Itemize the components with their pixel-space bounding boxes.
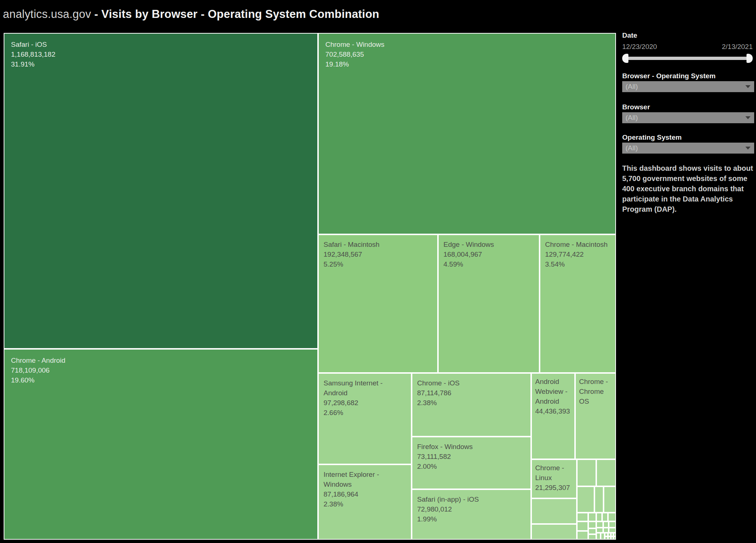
treemap-tile-edge-windows[interactable]: Edge - Windows 168,004,967 4.59%	[438, 234, 540, 373]
treemap-tile-small[interactable]	[596, 521, 603, 528]
filter-dropdown-browser[interactable]: (All)	[622, 112, 754, 123]
tile-percent: 31.91%	[11, 59, 311, 69]
slider-handle-left[interactable]	[622, 54, 628, 63]
treemap-tile-small[interactable]	[577, 459, 596, 486]
tile-percent: 3.54%	[545, 259, 611, 269]
treemap-tile-safari-ios[interactable]: Safari - iOS 1,168,813,182 31.91%	[4, 33, 318, 349]
treemap-tile-small[interactable]	[577, 531, 588, 540]
treemap-tile-small[interactable]	[603, 521, 609, 528]
treemap-tile-small[interactable]	[588, 528, 596, 534]
chevron-down-icon	[745, 85, 751, 88]
treemap-tile-small[interactable]	[588, 513, 596, 521]
tile-label: Android Webview - Android	[535, 377, 571, 406]
dropdown-value: (All)	[622, 114, 745, 122]
date-range-values: 12/23/2020 2/13/2021	[622, 43, 753, 51]
tile-percent: 19.18%	[325, 59, 609, 69]
treemap-tile-android-webview-android[interactable]: Android Webview - Android 44,436,393	[531, 373, 575, 459]
treemap-tile-small[interactable]	[596, 533, 601, 540]
treemap-tile-small[interactable]	[531, 524, 577, 540]
treemap-tile-small[interactable]	[609, 521, 616, 528]
tile-visits: 1,168,813,182	[11, 49, 311, 59]
treemap-tile-firefox-windows[interactable]: Firefox - Windows 73,111,582 2.00%	[412, 437, 531, 489]
treemap-tile-small[interactable]	[613, 533, 616, 536]
treemap-tile-small[interactable]	[596, 528, 603, 533]
tile-visits: 718,109,006	[11, 365, 311, 375]
filter-label-operating-system: Operating System	[622, 133, 754, 142]
date-range-slider[interactable]	[622, 53, 753, 63]
treemap-tile-small[interactable]	[605, 536, 608, 540]
chevron-down-icon	[745, 147, 751, 150]
treemap-tile-small[interactable]	[611, 533, 613, 536]
tile-label: Safari - iOS	[11, 39, 311, 49]
page-title: analytics.usa.gov - Visits by Browser - …	[3, 6, 379, 22]
treemap-tile-small[interactable]	[531, 498, 577, 524]
title-rest: - Visits by Browser - Operating System C…	[91, 8, 379, 20]
tile-visits: 702,588,635	[325, 49, 609, 59]
tile-label: Samsung Internet - Android	[324, 378, 406, 398]
tile-percent: 19.60%	[11, 375, 311, 385]
treemap-tile-chrome-macintosh[interactable]: Chrome - Macintosh 129,774,422 3.54%	[540, 234, 616, 373]
tile-label: Chrome - Windows	[325, 39, 609, 49]
treemap-tile-samsung-internet-android[interactable]: Samsung Internet - Android 97,298,682 2.…	[318, 373, 412, 464]
treemap-tile-chrome-android[interactable]: Chrome - Android 718,109,006 19.60%	[4, 349, 318, 540]
treemap-tile-chrome-chromeos[interactable]: Chrome - Chrome OS	[575, 373, 616, 459]
treemap-tile-small[interactable]	[608, 533, 611, 536]
filter-label-browser-os: Browser - Operating System	[622, 72, 754, 80]
tile-visits: 129,774,422	[545, 249, 611, 259]
tile-label: Chrome - iOS	[417, 378, 526, 388]
tile-percent: 1.99%	[417, 514, 526, 524]
tile-visits: 44,436,393	[535, 406, 571, 416]
site-name: analytics.usa.gov	[3, 8, 91, 20]
treemap-tile-safari-macintosh[interactable]: Safari - Macintosh 192,348,567 5.25%	[318, 234, 438, 373]
treemap-chart: Safari - iOS 1,168,813,182 31.91% Chrome…	[4, 33, 616, 540]
dropdown-value: (All)	[622, 83, 745, 91]
tile-percent: 2.38%	[324, 499, 406, 509]
tile-percent: 5.25%	[324, 259, 432, 269]
treemap-tile-small[interactable]	[577, 513, 588, 521]
treemap-tile-small[interactable]	[577, 486, 594, 513]
date-filter-label: Date	[622, 31, 754, 39]
tile-visits: 87,114,786	[417, 388, 526, 398]
chevron-down-icon	[745, 116, 751, 119]
tile-label: Edge - Windows	[443, 240, 534, 249]
treemap-tile-chrome-linux[interactable]: Chrome - Linux 21,295,307	[531, 459, 577, 498]
treemap-tile-small[interactable]	[613, 536, 616, 540]
dropdown-value: (All)	[622, 144, 745, 152]
dashboard-description: This dashboard shows visits to about 5,7…	[622, 163, 756, 214]
treemap-tile-small[interactable]	[604, 486, 616, 513]
treemap-tile-safari-inapp-ios[interactable]: Safari (in-app) - iOS 72,980,012 1.99%	[412, 489, 531, 540]
tile-visits: 87,186,964	[324, 489, 406, 499]
treemap-tile-small[interactable]	[588, 521, 596, 528]
treemap-tile-small[interactable]	[611, 536, 613, 540]
tile-label: Chrome - Linux	[535, 463, 573, 483]
tile-percent: 2.38%	[417, 398, 526, 408]
filter-dropdown-browser-os[interactable]: (All)	[622, 81, 754, 92]
treemap-tile-small[interactable]	[602, 513, 608, 521]
tile-label: Firefox - Windows	[417, 442, 526, 452]
treemap-tile-small[interactable]	[594, 486, 604, 513]
date-end: 2/13/2021	[722, 43, 753, 51]
filter-dropdown-operating-system[interactable]: (All)	[622, 143, 754, 154]
treemap-tile-small[interactable]	[577, 521, 588, 531]
treemap-tile-chrome-ios[interactable]: Chrome - iOS 87,114,786 2.38%	[412, 373, 531, 437]
treemap-tile-chrome-windows[interactable]: Chrome - Windows 702,588,635 19.18%	[318, 33, 616, 234]
tile-label: Chrome - Chrome OS	[579, 377, 612, 406]
date-start: 12/23/2020	[622, 43, 657, 51]
treemap-tile-small[interactable]	[609, 528, 616, 533]
tile-percent: 2.00%	[417, 461, 526, 471]
treemap-tile-small[interactable]	[603, 528, 609, 533]
tile-visits: 72,980,012	[417, 504, 526, 514]
tile-visits: 192,348,567	[324, 249, 432, 259]
treemap-tile-small[interactable]	[608, 513, 616, 521]
treemap-tile-small[interactable]	[596, 513, 602, 521]
treemap-tile-small[interactable]	[605, 533, 608, 536]
treemap-tile-small[interactable]	[601, 533, 605, 540]
tile-label: Chrome - Android	[11, 355, 311, 365]
tile-visits: 73,111,582	[417, 452, 526, 461]
slider-track[interactable]	[624, 57, 751, 60]
slider-handle-right[interactable]	[746, 54, 753, 63]
treemap-tile-small[interactable]	[596, 459, 616, 486]
treemap-tile-internet-explorer-windows[interactable]: Internet Explorer - Windows 87,186,964 2…	[318, 464, 412, 540]
treemap-tile-small[interactable]	[588, 534, 596, 540]
treemap-tile-small[interactable]	[608, 536, 611, 540]
